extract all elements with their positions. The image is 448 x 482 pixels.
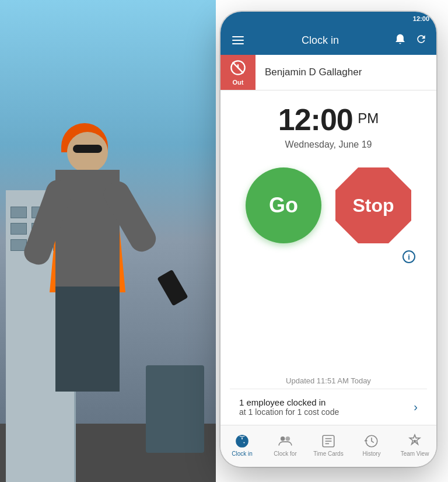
stop-button-label: Stop [352,195,394,216]
employee-name: Benjamin D Gallagher [256,67,371,78]
bottom-nav: Clock in Clock for Time Car [220,425,436,467]
go-button[interactable]: Go [246,167,321,243]
stop-button[interactable]: Stop [335,167,411,243]
window [10,223,27,235]
hamburger-line [232,43,244,44]
summary-line2: at 1 location for 1 cost code [239,407,414,417]
hamburger-line [232,36,244,37]
clock-for-nav-icon [278,434,293,449]
app-header: Clock in [220,26,436,55]
worker-phone [157,270,188,306]
clocked-out-badge: Out [220,55,256,90]
nav-team-view-label: Team View [401,450,429,457]
clock-in-nav-icon [235,434,250,449]
nav-clock-for[interactable]: Clock for [264,425,307,467]
action-buttons: Go Stop [230,167,427,243]
svg-point-11 [414,439,416,442]
worker-figure [35,132,152,424]
header-actions [392,31,429,50]
worker-pants [55,287,120,392]
nav-history-label: History [362,450,380,457]
svg-point-4 [281,436,285,441]
go-button-label: Go [269,193,298,218]
employee-summary-row[interactable]: 1 employee clocked in at 1 location for … [230,389,427,425]
phone-device: 12:00 Clock in [220,12,436,467]
nav-time-cards-label: Time Cards [313,450,343,457]
nav-clock-for-label: Clock for [274,450,296,457]
app-title: Clock in [249,34,392,47]
nav-time-cards[interactable]: Time Cards [307,425,350,467]
nav-clock-in[interactable]: Clock in [220,425,264,467]
worker-glasses [73,145,102,153]
status-time: 12:00 [413,15,429,22]
employee-row[interactable]: Out Benjamin D Gallagher [220,55,436,90]
info-icon-row: i [230,250,427,263]
chevron-right-icon: › [414,400,418,414]
svg-point-3 [240,439,244,443]
updated-status: Updated 11:51 AM Today [230,371,427,389]
nav-clock-in-label: Clock in [232,450,253,457]
nav-history[interactable]: History [350,425,393,467]
clock-ampm: PM [358,110,379,127]
hamburger-menu-button[interactable] [228,34,249,47]
nav-team-view[interactable]: Team View [393,425,436,467]
phone-shell: 12:00 Clock in [220,12,436,467]
worker-head [67,132,108,173]
window [10,207,27,218]
clock-digits: 12:00 [278,102,353,137]
hamburger-line [232,40,244,41]
machinery [146,365,204,453]
status-bar: 12:00 [220,12,436,26]
team-view-nav-icon [407,434,422,449]
svg-point-5 [286,436,290,441]
summary-line1: 1 employee clocked in [239,397,414,407]
out-icon [230,60,246,78]
background-photo [0,0,216,482]
history-nav-icon [364,434,379,449]
summary-text: 1 employee clocked in at 1 location for … [239,397,414,417]
clock-display: 12:00 PM [278,102,379,137]
clock-date: Wednesday, June 19 [285,139,372,150]
time-cards-nav-icon [321,434,336,449]
main-content: 12:00 PM Wednesday, June 19 Go Stop i Up… [220,90,436,425]
refresh-icon[interactable] [413,31,429,50]
out-label: Out [233,79,244,86]
notifications-icon[interactable] [392,31,408,50]
info-icon[interactable]: i [402,250,415,263]
